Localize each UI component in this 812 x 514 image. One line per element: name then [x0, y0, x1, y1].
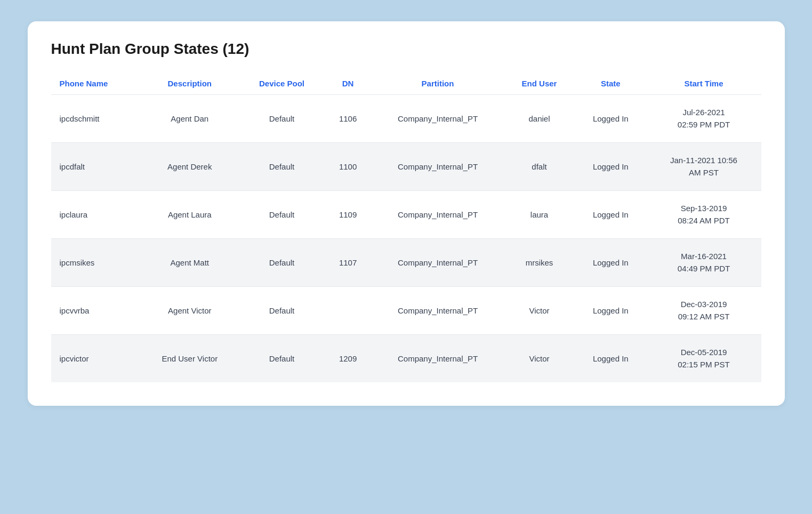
cell-phone_name: ipcvictor: [51, 335, 140, 383]
cell-description: Agent Laura: [140, 191, 239, 239]
cell-partition: Company_Internal_PT: [372, 95, 504, 143]
col-header-end-user: End User: [504, 73, 575, 95]
cell-partition: Company_Internal_PT: [372, 191, 504, 239]
table-row: ipcvictorEnd User VictorDefault1209Compa…: [51, 335, 761, 383]
table-row: ipcdfaltAgent DerekDefault1100Company_In…: [51, 143, 761, 191]
cell-dn: 1109: [324, 191, 372, 239]
cell-partition: Company_Internal_PT: [372, 335, 504, 383]
cell-description: Agent Dan: [140, 95, 239, 143]
cell-state: Logged In: [575, 335, 646, 383]
cell-dn: 1106: [324, 95, 372, 143]
table-row: ipcmsikesAgent MattDefault1107Company_In…: [51, 239, 761, 287]
cell-dn: [324, 287, 372, 335]
cell-phone_name: ipcmsikes: [51, 239, 140, 287]
cell-device_pool: Default: [239, 335, 324, 383]
cell-state: Logged In: [575, 239, 646, 287]
cell-start_time: Jan-11-2021 10:56AM PST: [647, 143, 761, 191]
cell-end_user: daniel: [504, 95, 575, 143]
cell-device_pool: Default: [239, 239, 324, 287]
cell-end_user: dfalt: [504, 143, 575, 191]
col-header-state: State: [575, 73, 646, 95]
cell-partition: Company_Internal_PT: [372, 143, 504, 191]
col-header-phone-name: Phone Name: [51, 73, 140, 95]
cell-start_time: Dec-03-201909:12 AM PST: [647, 287, 761, 335]
cell-start_time: Jul-26-202102:59 PM PDT: [647, 95, 761, 143]
page-title: Hunt Plan Group States (12): [51, 41, 761, 58]
cell-dn: 1209: [324, 335, 372, 383]
cell-phone_name: ipcdschmitt: [51, 95, 140, 143]
cell-end_user: laura: [504, 191, 575, 239]
cell-partition: Company_Internal_PT: [372, 287, 504, 335]
cell-start_time: Dec-05-201902:15 PM PST: [647, 335, 761, 383]
table-row: ipcdschmittAgent DanDefault1106Company_I…: [51, 95, 761, 143]
col-header-start-time: Start Time: [647, 73, 761, 95]
cell-description: Agent Matt: [140, 239, 239, 287]
cell-state: Logged In: [575, 287, 646, 335]
cell-device_pool: Default: [239, 287, 324, 335]
cell-partition: Company_Internal_PT: [372, 239, 504, 287]
cell-state: Logged In: [575, 143, 646, 191]
cell-description: End User Victor: [140, 335, 239, 383]
cell-state: Logged In: [575, 95, 646, 143]
cell-dn: 1107: [324, 239, 372, 287]
table-row: ipcvvrbaAgent VictorDefaultCompany_Inter…: [51, 287, 761, 335]
table-header-row: Phone Name Description Device Pool DN Pa…: [51, 73, 761, 95]
col-header-dn: DN: [324, 73, 372, 95]
cell-start_time: Mar-16-202104:49 PM PDT: [647, 239, 761, 287]
col-header-partition: Partition: [372, 73, 504, 95]
col-header-description: Description: [140, 73, 239, 95]
cell-phone_name: ipclaura: [51, 191, 140, 239]
hunt-plan-table: Phone Name Description Device Pool DN Pa…: [51, 73, 761, 382]
cell-state: Logged In: [575, 191, 646, 239]
cell-end_user: mrsikes: [504, 239, 575, 287]
cell-end_user: Victor: [504, 287, 575, 335]
cell-phone_name: ipcdfalt: [51, 143, 140, 191]
cell-description: Agent Victor: [140, 287, 239, 335]
cell-description: Agent Derek: [140, 143, 239, 191]
cell-dn: 1100: [324, 143, 372, 191]
main-card: Hunt Plan Group States (12) Phone Name D…: [28, 21, 785, 406]
cell-start_time: Sep-13-201908:24 AM PDT: [647, 191, 761, 239]
cell-phone_name: ipcvvrba: [51, 287, 140, 335]
cell-device_pool: Default: [239, 143, 324, 191]
cell-end_user: Victor: [504, 335, 575, 383]
col-header-device-pool: Device Pool: [239, 73, 324, 95]
table-row: ipclauraAgent LauraDefault1109Company_In…: [51, 191, 761, 239]
cell-device_pool: Default: [239, 191, 324, 239]
cell-device_pool: Default: [239, 95, 324, 143]
